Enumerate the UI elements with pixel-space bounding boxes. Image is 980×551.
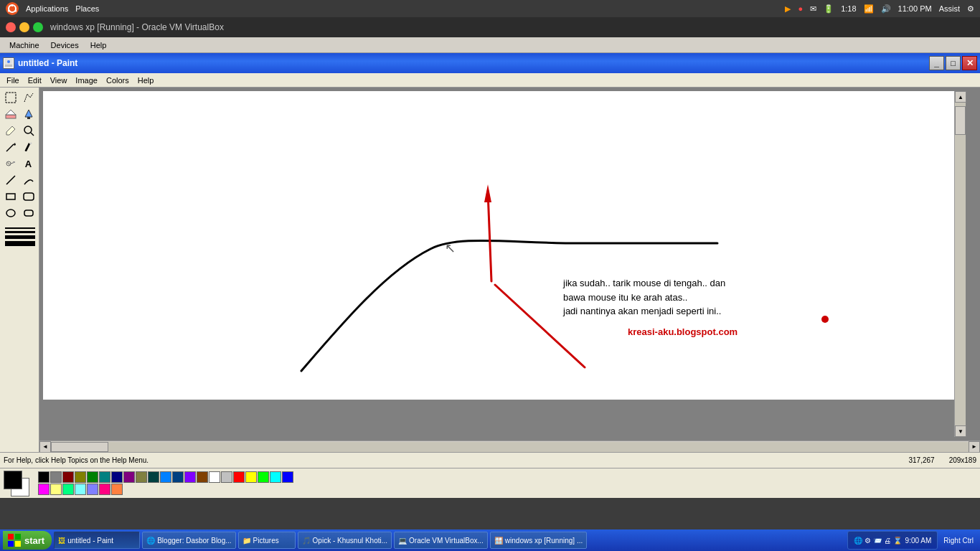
- hscroll-left-btn[interactable]: ◄: [39, 441, 51, 453]
- line-size-3[interactable]: [5, 235, 35, 239]
- hscroll-thumb[interactable]: [51, 442, 108, 452]
- palette-color-16[interactable]: [233, 471, 245, 483]
- palette-color-21[interactable]: [38, 484, 50, 495]
- tool-line[interactable]: [2, 172, 19, 188]
- palette-color-19[interactable]: [270, 471, 281, 483]
- tool-fill[interactable]: [20, 106, 37, 122]
- palette-color-1[interactable]: [50, 471, 62, 483]
- paint-canvas[interactable]: jika sudah.. tarik mouse di tengah.. dan…: [43, 91, 954, 400]
- taskbar-task-vbox[interactable]: 💻 Oracle VM VirtualBox...: [394, 532, 488, 549]
- paint-menu-view[interactable]: View: [46, 75, 72, 85]
- palette-color-20[interactable]: [282, 471, 293, 483]
- palette-color-18[interactable]: [258, 471, 269, 483]
- palette-color-11[interactable]: [172, 471, 184, 483]
- tool-ellipse[interactable]: [2, 205, 19, 221]
- palette-color-17[interactable]: [245, 471, 257, 483]
- vscroll-up-btn[interactable]: ▲: [955, 91, 966, 103]
- hscroll-right-btn[interactable]: ►: [969, 441, 980, 453]
- palette-color-13[interactable]: [197, 471, 208, 483]
- vbox-max-btn[interactable]: [33, 22, 43, 32]
- palette-color-26[interactable]: [99, 484, 110, 495]
- tool-text[interactable]: A: [20, 156, 37, 171]
- paint-min-btn[interactable]: _: [929, 56, 944, 70]
- palette-color-3[interactable]: [75, 471, 86, 483]
- vscroll-down-btn[interactable]: ▼: [955, 425, 966, 437]
- paint-menu-file[interactable]: File: [2, 75, 24, 85]
- tool-spray[interactable]: [2, 156, 19, 171]
- paint-menu-image[interactable]: Image: [71, 75, 102, 85]
- ubuntu-logo: [6, 2, 19, 15]
- wifi-icon: 📶: [864, 4, 874, 14]
- vbox-menubar: Machine Devices Help: [0, 37, 980, 53]
- tool-eraser[interactable]: [2, 106, 19, 122]
- line-size-2[interactable]: [5, 231, 35, 233]
- line-size-1[interactable]: [5, 227, 35, 229]
- vbox-menu-machine[interactable]: Machine: [4, 39, 45, 51]
- taskbar-task-winxp[interactable]: 🪟 windows xp [Running] ...: [490, 532, 587, 549]
- svg-rect-25: [24, 210, 33, 216]
- palette-color-10[interactable]: [160, 471, 171, 483]
- svg-point-16: [7, 162, 8, 163]
- paint-title-text: untitled - Paint: [18, 58, 77, 68]
- tool-magnify[interactable]: [20, 123, 37, 138]
- palette-color-12[interactable]: [184, 471, 196, 483]
- places-menu[interactable]: Places: [75, 4, 99, 13]
- tool-rect[interactable]: [2, 189, 19, 204]
- palette-fg-color[interactable]: [4, 471, 22, 489]
- assist-label[interactable]: Assist: [939, 4, 960, 13]
- systray-time: 9:00 AM: [905, 537, 932, 545]
- palette-color-7[interactable]: [123, 471, 135, 483]
- svg-marker-9: [6, 110, 16, 115]
- palette-color-0[interactable]: [38, 471, 50, 483]
- vbox-task-label: Oracle VM VirtualBox...: [409, 537, 484, 545]
- start-label: start: [24, 535, 44, 546]
- vbox-close-btn[interactable]: [6, 22, 16, 32]
- settings-icon[interactable]: ⚙: [967, 4, 974, 14]
- start-button[interactable]: start: [3, 531, 52, 550]
- tool-roundrect[interactable]: [20, 205, 37, 221]
- vbox-menu-devices[interactable]: Devices: [45, 39, 85, 51]
- palette-color-24[interactable]: [75, 484, 86, 495]
- palette-color-27[interactable]: [111, 484, 123, 495]
- palette-color-8[interactable]: [136, 471, 147, 483]
- vbox-min-btn[interactable]: [19, 22, 29, 32]
- palette-color-25[interactable]: [87, 484, 98, 495]
- svg-rect-29: [15, 534, 21, 540]
- vscroll-thumb[interactable]: [955, 106, 966, 135]
- taskbar-task-opick[interactable]: 🎵 Opick - Khusnul Khoti...: [298, 532, 392, 549]
- vbox-menu-help[interactable]: Help: [85, 39, 113, 51]
- tool-select-free[interactable]: [20, 90, 37, 105]
- paint-hscrollbar[interactable]: ◄ ►: [39, 441, 980, 452]
- tool-polygon[interactable]: [20, 189, 37, 204]
- paint-vscrollbar[interactable]: ▲ ▼: [954, 91, 966, 437]
- tool-row-eraser: [2, 106, 37, 122]
- palette-color-22[interactable]: [50, 484, 62, 495]
- tool-row-shapes: [2, 189, 37, 204]
- tool-pencil[interactable]: [2, 139, 19, 155]
- palette-color-5[interactable]: [99, 471, 110, 483]
- palette-color-15[interactable]: [221, 471, 232, 483]
- palette-color-4[interactable]: [87, 471, 98, 483]
- paint-menu-help[interactable]: Help: [133, 75, 159, 85]
- vbox-titlebar: windows xp [Running] - Oracle VM Virtual…: [0, 17, 980, 37]
- palette-color-6[interactable]: [111, 471, 123, 483]
- palette-color-9[interactable]: [148, 471, 159, 483]
- tool-select-rect[interactable]: [2, 90, 19, 105]
- taskbar-task-blogger[interactable]: 🌐 Blogger: Dasbor Blog...: [142, 532, 235, 549]
- applications-menu[interactable]: Applications: [26, 4, 68, 13]
- palette-color-2[interactable]: [62, 471, 74, 483]
- tool-curve[interactable]: [20, 172, 37, 188]
- palette-color-14[interactable]: [209, 471, 220, 483]
- tool-brush[interactable]: [20, 139, 37, 155]
- paint-close-btn[interactable]: ✕: [962, 56, 977, 70]
- taskbar-task-paint[interactable]: 🖼 untitled - Paint: [54, 532, 140, 549]
- paint-menu-colors[interactable]: Colors: [102, 75, 133, 85]
- tool-eyedropper[interactable]: [2, 123, 19, 138]
- paint-menu-edit[interactable]: Edit: [24, 75, 46, 85]
- taskbar-task-pictures[interactable]: 📁 Pictures: [238, 532, 296, 549]
- palette-color-23[interactable]: [62, 484, 74, 495]
- paint-max-btn[interactable]: □: [946, 56, 961, 70]
- svg-line-12: [31, 133, 34, 136]
- line-size-4[interactable]: [5, 241, 35, 246]
- vbox-title: windows xp [Running] - Oracle VM Virtual…: [50, 22, 224, 32]
